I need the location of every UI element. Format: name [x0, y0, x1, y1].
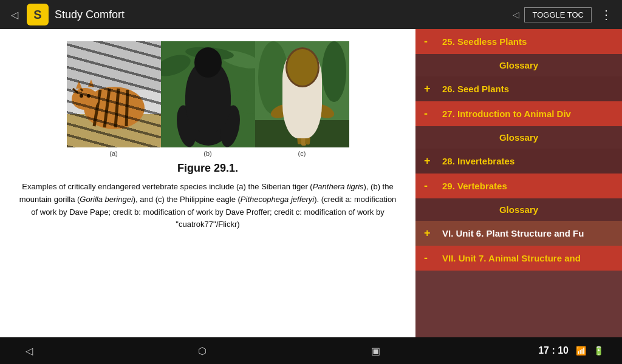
- toc-label-seed: 26. Seed Plants: [442, 84, 509, 94]
- toc-sign-invert: +: [424, 155, 436, 167]
- nav-home-button[interactable]: [191, 340, 213, 362]
- eagle-image: [255, 41, 349, 147]
- toc-item-invertebrates[interactable]: + 28. Invertebrates: [415, 149, 622, 174]
- svg-point-26: [212, 84, 214, 86]
- top-bar: ◁ S Study Comfort ◁ TOGGLE TOC ⋮: [0, 0, 622, 29]
- tiger-image: [67, 41, 161, 147]
- wifi-icon: 📶: [576, 346, 586, 356]
- figure-description: Examples of critically endangered verteb…: [18, 181, 397, 231]
- svg-point-33: [322, 41, 346, 102]
- svg-point-21: [191, 71, 225, 103]
- svg-rect-0: [67, 41, 161, 147]
- svg-point-32: [258, 41, 289, 114]
- toc-label-unit6: VI. Unit 6. Plant Structure and Fu: [442, 228, 584, 238]
- toc-label-vert: 29. Vertebrates: [442, 181, 507, 191]
- back-button[interactable]: ◁: [5, 5, 24, 24]
- tiger-label: (a): [109, 150, 117, 157]
- toc-item-intro-animal[interactable]: - 27. Introduction to Animal Div: [415, 101, 622, 126]
- main-content: (a): [0, 29, 622, 337]
- bottom-bar: 17 : 10 📶 🔋: [0, 337, 622, 364]
- svg-line-4: [94, 90, 100, 126]
- nav-home-icon: [198, 345, 207, 357]
- toc-sign-seedless: -: [424, 35, 436, 48]
- toc-label-unit7: VII. Unit 7. Animal Structure and: [442, 253, 581, 263]
- svg-marker-37: [302, 81, 313, 87]
- toc-item-seed-plants[interactable]: + 26. Seed Plants: [415, 76, 622, 101]
- reading-area[interactable]: (a): [0, 29, 415, 337]
- svg-point-38: [304, 74, 309, 79]
- svg-rect-2: [67, 114, 161, 147]
- svg-point-36: [295, 70, 310, 83]
- svg-line-9: [73, 89, 78, 93]
- app-icon: S: [27, 4, 49, 25]
- battery-icon: 🔋: [593, 346, 604, 356]
- svg-point-22: [197, 83, 219, 99]
- svg-line-5: [104, 89, 109, 127]
- toc-label-invert: 28. Invertebrates: [442, 156, 514, 166]
- svg-point-35: [292, 68, 313, 90]
- svg-line-7: [126, 90, 128, 126]
- clock-area: 17 : 10 📶 🔋: [538, 345, 604, 356]
- toc-label-glossary-1: Glossary: [499, 60, 538, 70]
- toc-sign-unit7: -: [424, 252, 436, 265]
- toc-sign-intro: -: [424, 107, 436, 120]
- svg-point-13: [80, 94, 83, 98]
- toc-item-glossary-1[interactable]: Glossary: [415, 54, 622, 76]
- toc-item-seedless-plants[interactable]: - 25. Seedless Plants: [415, 29, 622, 54]
- toc-label-intro: 27. Introduction to Animal Div: [442, 109, 571, 119]
- gorilla-block: (b): [161, 41, 255, 157]
- svg-marker-11: [76, 81, 82, 89]
- svg-line-10: [79, 86, 83, 91]
- figure-images-row: (a): [18, 41, 397, 157]
- eagle-label: (c): [298, 150, 306, 157]
- svg-point-14: [87, 94, 91, 98]
- toc-label-seedless: 25. Seedless Plants: [442, 36, 527, 47]
- svg-point-24: [211, 83, 216, 87]
- toc-label-glossary-2: Glossary: [499, 132, 538, 143]
- toc-sign-unit6: +: [424, 227, 436, 240]
- toc-item-unit6[interactable]: + VI. Unit 6. Plant Structure and Fu: [415, 221, 622, 246]
- toc-item-glossary-3[interactable]: Glossary: [415, 198, 622, 221]
- nav-back-button[interactable]: [18, 340, 40, 362]
- svg-point-27: [205, 87, 212, 92]
- more-options-icon[interactable]: ⋮: [596, 7, 617, 22]
- svg-point-39: [306, 75, 308, 78]
- toggle-toc-button[interactable]: TOGGLE TOC: [524, 7, 592, 22]
- toc-item-vertebrates[interactable]: - 29. Vertebrates: [415, 174, 622, 198]
- toc-sign-vert: -: [424, 180, 436, 192]
- svg-marker-12: [88, 79, 94, 87]
- nav-recent-button[interactable]: [365, 340, 387, 362]
- nav-recent-icon: [371, 345, 380, 357]
- svg-point-8: [72, 88, 98, 110]
- svg-point-25: [202, 84, 205, 86]
- toc-item-unit7[interactable]: - VII. Unit 7. Animal Structure and: [415, 246, 622, 271]
- gorilla-image: [161, 41, 255, 147]
- gorilla-label: (b): [203, 150, 211, 157]
- figure-caption: Figure 29.1.: [18, 162, 397, 175]
- toc-label-glossary-3: Glossary: [499, 204, 538, 215]
- back-arrow-icon[interactable]: ◁: [513, 10, 519, 19]
- app-icon-letter: S: [33, 8, 41, 22]
- nav-back-icon: [26, 345, 33, 357]
- clock-display: 17 : 10: [538, 345, 569, 356]
- eagle-block: (c): [255, 41, 349, 157]
- svg-point-23: [201, 83, 206, 87]
- app-title: Study Comfort: [55, 8, 513, 21]
- toc-item-glossary-2[interactable]: Glossary: [415, 126, 622, 149]
- svg-point-3: [84, 87, 145, 129]
- tiger-block: (a): [67, 41, 161, 157]
- toc-sign-seed: +: [424, 83, 436, 95]
- svg-point-34: [287, 84, 318, 132]
- svg-line-6: [115, 89, 118, 127]
- toc-panel: - 25. Seedless Plants Glossary + 26. See…: [415, 29, 622, 337]
- svg-rect-1: [67, 41, 161, 90]
